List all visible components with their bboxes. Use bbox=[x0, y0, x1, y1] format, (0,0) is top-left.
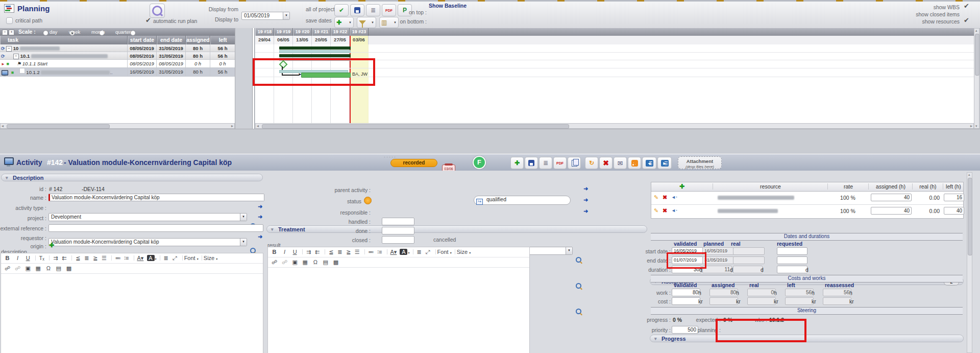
image-icon[interactable]: ▣ bbox=[24, 265, 32, 272]
gantt-hscrollbar[interactable] bbox=[255, 123, 974, 129]
print-button[interactable]: ≣ bbox=[366, 4, 380, 16]
refresh-button[interactable]: ↻ bbox=[585, 157, 598, 169]
search-icon[interactable] bbox=[576, 283, 581, 289]
align-justify-icon[interactable]: ☰ bbox=[100, 255, 108, 262]
show-wbs-check-icon[interactable]: ✔ bbox=[964, 2, 969, 10]
table-row[interactable]: ⟳ − 10.1 08/05/2019 31/05/2019 80 h 56 h bbox=[0, 52, 235, 60]
collapse-row-icon[interactable]: − bbox=[6, 46, 12, 52]
save-planning-button[interactable] bbox=[350, 4, 364, 16]
table-row[interactable]: ► ■ ⚑ 10.1.1 Start 08/05/2019 08/05/2019… bbox=[0, 60, 235, 68]
collapse-row-icon[interactable]: − bbox=[13, 54, 19, 59]
size-select[interactable]: Size ▾ bbox=[457, 249, 471, 255]
bg-color-icon[interactable]: A bbox=[147, 255, 155, 261]
unlink-icon[interactable]: ☍ bbox=[281, 259, 288, 266]
bg-color-icon[interactable]: A bbox=[400, 249, 407, 255]
assignment-row[interactable]: ✎ ✖ ◄⋅ 100 % 40 0.00 40 bbox=[651, 204, 963, 218]
delete-button[interactable]: ✖ bbox=[599, 157, 612, 169]
external-reference-field[interactable] bbox=[48, 224, 263, 232]
summary-bar[interactable] bbox=[279, 46, 351, 50]
align-left-icon[interactable]: ≦ bbox=[74, 255, 82, 262]
edit-icon[interactable]: ✎ bbox=[654, 207, 658, 214]
image-icon[interactable]: ▣ bbox=[291, 259, 299, 266]
col-task[interactable]: task bbox=[0, 36, 128, 44]
show-resources-check-icon[interactable]: ✔ bbox=[964, 16, 969, 24]
result-editor[interactable]: B I U ⇉⇇ ≦≣≧☰ ≕∶≡ A▾ A▾ ≣⤢ Font ▾ Size ▾… bbox=[267, 247, 530, 353]
activity-type-select[interactable]: Development▼ bbox=[48, 213, 247, 221]
scroll-up-icon[interactable]: ▴ bbox=[968, 173, 970, 177]
text-color-icon[interactable]: A▾ bbox=[389, 249, 397, 255]
goto-icon[interactable]: ➜ bbox=[258, 203, 262, 210]
goto-icon[interactable]: ➜ bbox=[583, 208, 588, 215]
numbered-list-icon[interactable]: ≕ bbox=[367, 249, 375, 255]
copy-button[interactable] bbox=[568, 157, 581, 169]
description-editor-content[interactable] bbox=[1, 274, 263, 340]
email-button[interactable]: ✉ bbox=[614, 157, 627, 169]
delete-icon[interactable]: ✖ bbox=[663, 207, 667, 214]
filter-button[interactable]: ▼ bbox=[357, 17, 376, 28]
scale-quarter-radio[interactable] bbox=[130, 30, 136, 36]
scroll-down-icon[interactable]: ▾ bbox=[975, 124, 977, 128]
critical-path-checkbox[interactable] bbox=[6, 17, 13, 24]
goto-icon[interactable]: ➜ bbox=[583, 197, 588, 203]
align-center-icon[interactable]: ≣ bbox=[83, 255, 90, 262]
unlink-icon[interactable]: ☍ bbox=[14, 265, 21, 272]
col-end-date[interactable]: end date bbox=[157, 36, 186, 44]
collapse-all-button[interactable]: − bbox=[2, 30, 8, 35]
subscribe-button[interactable] bbox=[628, 157, 641, 169]
outdent-icon[interactable]: ⇇ bbox=[313, 249, 321, 255]
export-pdf-button[interactable]: PDF bbox=[553, 157, 567, 169]
chevron-down-icon[interactable]: ▼ bbox=[283, 12, 289, 19]
auto-run-check-icon[interactable]: ✔ bbox=[145, 16, 151, 24]
outdent-icon[interactable]: ⇇ bbox=[60, 255, 68, 262]
col-start-date[interactable]: start date bbox=[128, 36, 157, 44]
chevron-down-icon[interactable]: ▼ bbox=[240, 239, 247, 246]
table-row[interactable]: ⟳ − 10 08/05/2019 31/05/2019 80 h 56 h bbox=[0, 44, 235, 52]
expand-all-button[interactable]: + bbox=[9, 30, 14, 35]
gantt-vscrollbar[interactable]: ▴ ▾ bbox=[974, 28, 979, 129]
bold-icon[interactable]: B bbox=[271, 249, 278, 255]
goto-icon[interactable]: ➜ bbox=[583, 185, 588, 192]
indent-icon[interactable]: ⇉ bbox=[52, 255, 59, 262]
save-button[interactable] bbox=[525, 157, 538, 169]
link-icon[interactable]: ☍ bbox=[4, 265, 11, 272]
bold-icon[interactable]: B bbox=[4, 255, 11, 261]
bullet-list-icon[interactable]: ∶≡ bbox=[122, 255, 130, 262]
col-left[interactable]: left bbox=[210, 36, 235, 44]
print-icon[interactable]: ≣ bbox=[415, 249, 423, 255]
align-center-icon[interactable]: ≣ bbox=[336, 249, 344, 255]
goto-icon[interactable]: ➜ bbox=[258, 233, 262, 240]
maximize-icon[interactable]: ⤢ bbox=[171, 255, 179, 262]
dispatch-icon[interactable]: ◄⋅ bbox=[671, 208, 677, 213]
underline-icon[interactable]: U bbox=[24, 255, 32, 261]
left-field[interactable]: 40 bbox=[944, 207, 964, 215]
left-field[interactable]: 16 bbox=[944, 194, 964, 201]
print-button[interactable]: ≣ bbox=[539, 157, 552, 169]
start-requested-field[interactable] bbox=[777, 247, 807, 255]
assignment-row[interactable]: ✎ ✖ ◄⋅ 100 % 40 0.00 16 bbox=[651, 191, 963, 205]
attachment-dropzone[interactable]: Attachment (drop files here) bbox=[678, 156, 722, 169]
table-row-selected[interactable]: ■ 10.1.2 .. 16/05/2019 31/05/2019 80 h 5… bbox=[0, 68, 235, 77]
closed-date-field[interactable] bbox=[382, 236, 414, 244]
display-from-select[interactable]: 01/05/2019▼ bbox=[241, 12, 290, 20]
text-color-icon[interactable]: A▾ bbox=[136, 255, 144, 262]
numbered-list-icon[interactable]: ≕ bbox=[114, 255, 121, 262]
section-description[interactable]: Description bbox=[1, 174, 263, 181]
cost-validated-field[interactable] bbox=[672, 297, 700, 305]
search-icon[interactable] bbox=[576, 257, 581, 263]
add-item-button[interactable]: ✚▼ bbox=[334, 17, 354, 28]
work-validated-field[interactable]: 80 bbox=[672, 289, 700, 296]
detail-vscrollbar[interactable]: ▴ bbox=[967, 172, 972, 353]
schedule-check-button[interactable]: ✔ bbox=[334, 4, 349, 16]
goto-icon[interactable]: ➜ bbox=[258, 214, 262, 220]
scale-day-radio[interactable] bbox=[43, 30, 48, 36]
add-origin-icon[interactable]: ✚ bbox=[49, 242, 54, 249]
font-select[interactable]: Font ▾ bbox=[437, 249, 452, 255]
editor-toolbar-row2[interactable]: ☍ ☍ ▣ ▦ Ω ▤ ▩ bbox=[268, 257, 529, 268]
handled-date-field[interactable] bbox=[382, 218, 414, 225]
description-editor[interactable]: B I U Tₓ ⇉⇇ ≦≣≧☰ ≕∶≡ A▾ A▾ ≣⤢ Font ▾ Siz… bbox=[1, 253, 263, 353]
next-item-button[interactable]: ▶ bbox=[657, 157, 672, 169]
special-char-icon[interactable]: Ω bbox=[44, 265, 52, 271]
source-icon[interactable]: ▩ bbox=[65, 265, 72, 272]
summary-bar[interactable] bbox=[279, 54, 351, 57]
done-date-field[interactable] bbox=[382, 227, 414, 234]
